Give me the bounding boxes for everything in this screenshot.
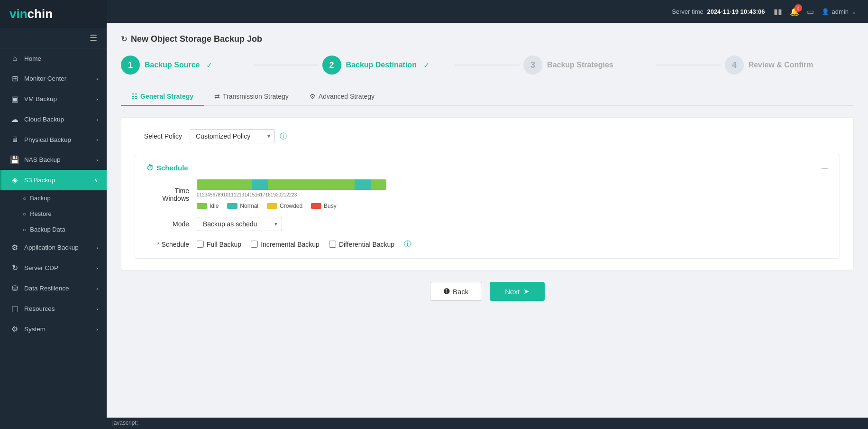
sidebar-item-physical-backup[interactable]: 🖥 Physical Backup ›	[0, 130, 107, 149]
main-content: Server time 2024-11-19 10:43:06 ▮▮ 🔔 2 ▭…	[107, 0, 868, 429]
sidebar-item-monitor-center[interactable]: ⊞ Monitor Center ›	[0, 68, 107, 89]
advanced-strategy-icon: ⚙	[310, 93, 316, 100]
chevron-right-icon: ›	[96, 306, 98, 312]
data-icon: ⛁	[10, 284, 19, 293]
select-policy-row: Select Policy Customized Policy ▾ ⓘ	[135, 129, 840, 143]
monitor-icon[interactable]: ▭	[807, 7, 814, 16]
circle-icon: ○	[23, 211, 26, 217]
time-bar-labels: 0 1 2 3 4 5 6 7 8 9 10 11 12	[197, 192, 386, 197]
chevron-right-icon: ›	[96, 117, 98, 122]
legend-crowded: Crowded	[267, 203, 302, 209]
time-segment-idle-12-20	[292, 179, 355, 190]
sidebar-sub-item-backup-data[interactable]: ○ Backup Data	[0, 222, 107, 237]
notification-badge: 2	[795, 4, 802, 12]
schedule-info-icon[interactable]: ⓘ	[404, 240, 411, 249]
sidebar: vinchin ☰ ⌂ Home ⊞ Monitor Center › ▣ VM…	[0, 0, 107, 429]
sidebar-item-application-backup[interactable]: ⚙ Application Backup ›	[0, 237, 107, 258]
message-icon[interactable]: ▮▮	[774, 7, 782, 16]
chevron-right-icon: ›	[96, 326, 98, 332]
sidebar-sub-item-label: Backup Data	[30, 226, 65, 233]
step-label-3: Backup Strategies	[547, 61, 613, 69]
server-time-value: 2024-11-19 10:43:06	[707, 8, 765, 15]
time-windows-row: TimeWindows	[146, 179, 828, 209]
sidebar-sub-item-backup[interactable]: ○ Backup	[0, 190, 107, 206]
clock-icon: ⏱	[146, 164, 154, 172]
page-title: ↻ New Object Storage Backup Job	[121, 34, 854, 44]
schedule-title: ⏱ Schedule	[146, 164, 188, 172]
step-check-2: ✓	[423, 61, 429, 70]
menu-toggle[interactable]: ☰	[0, 28, 107, 48]
step-check-1: ✓	[206, 61, 212, 70]
time-segment-idle-11-12	[283, 179, 292, 190]
chevron-right-icon: ›	[96, 245, 98, 251]
differential-backup-input[interactable]	[329, 241, 336, 248]
vm-icon: ▣	[10, 94, 19, 103]
sidebar-item-label: Home	[24, 55, 41, 62]
step-divider-1	[254, 65, 318, 65]
chevron-right-icon: ›	[96, 265, 98, 271]
differential-backup-checkbox[interactable]: Differential Backup	[329, 241, 394, 248]
time-segment-normal-20-22	[355, 179, 370, 190]
sidebar-item-system[interactable]: ⚙ System ›	[0, 319, 107, 339]
policy-select-wrap: Customized Policy ▾	[190, 129, 275, 143]
step-backup-destination: 2 Backup Destination ✓	[322, 56, 451, 75]
sidebar-item-label: Cloud Backup	[24, 116, 64, 123]
tab-advanced-strategy[interactable]: ⚙ Advanced Strategy	[299, 88, 385, 106]
legend-busy: Busy	[311, 203, 337, 209]
sidebar-item-home[interactable]: ⌂ Home	[0, 48, 107, 68]
time-segment-idle-9-11	[268, 179, 283, 190]
idle-dot	[197, 203, 207, 209]
strategy-tabs: ☷ General Strategy ⇄ Transmission Strate…	[121, 88, 854, 106]
step-divider-3	[656, 65, 721, 65]
time-segment-idle-22-23	[371, 179, 379, 190]
user-name: admin	[832, 8, 849, 15]
full-backup-checkbox[interactable]: Full Backup	[197, 241, 241, 248]
user-menu[interactable]: 👤 admin ⌄	[822, 8, 857, 15]
sidebar-item-label: NAS Backup	[24, 156, 61, 163]
time-windows-label: TimeWindows	[146, 187, 189, 202]
sidebar-item-cloud-backup[interactable]: ☁ Cloud Backup ›	[0, 109, 107, 130]
sidebar-item-resources[interactable]: ◫ Resources ›	[0, 298, 107, 319]
step-backup-strategies: 3 Backup Strategies	[523, 56, 652, 75]
next-button[interactable]: Next ➤	[490, 282, 545, 301]
mode-row: Mode Backup as schedu ▾	[146, 217, 828, 231]
sidebar-sub-item-label: Restore	[30, 210, 52, 217]
incremental-backup-checkbox[interactable]: Incremental Backup	[251, 241, 320, 248]
sidebar-item-label: System	[24, 326, 46, 333]
status-bar: javascript;	[107, 418, 868, 429]
back-button[interactable]: ➊ Back	[430, 282, 482, 301]
sidebar-item-label: VM Backup	[24, 95, 57, 103]
sidebar-item-label: Physical Backup	[24, 136, 71, 143]
chevron-right-icon: ›	[96, 96, 98, 102]
notification-icon[interactable]: 🔔 2	[790, 7, 799, 16]
schedule-minimize-button[interactable]: —	[822, 164, 828, 172]
hamburger-icon[interactable]: ☰	[90, 33, 97, 43]
required-marker: *	[157, 241, 161, 248]
full-backup-input[interactable]	[197, 241, 204, 248]
tab-transmission-strategy[interactable]: ⇄ Transmission Strategy	[204, 88, 299, 106]
sidebar-item-server-cdp[interactable]: ↻ Server CDP ›	[0, 258, 107, 278]
sidebar-item-data-resilience[interactable]: ⛁ Data Resilience ›	[0, 278, 107, 298]
form-panel: Select Policy Customized Policy ▾ ⓘ ⏱	[121, 117, 854, 270]
schedule-check-row: * Schedule Full Backup Incremental Backu…	[146, 240, 828, 249]
chevron-right-icon: ›	[96, 76, 98, 82]
step-circle-3: 3	[523, 56, 542, 75]
schedule-header: ⏱ Schedule —	[146, 164, 828, 172]
step-review-confirm: 4 Review & Confirm	[725, 56, 854, 75]
incremental-backup-input[interactable]	[251, 241, 258, 248]
server-time-label: Server time 2024-11-19 10:43:06	[672, 8, 765, 15]
sidebar-item-nas-backup[interactable]: 💾 NAS Backup ›	[0, 149, 107, 170]
sidebar-item-s3-backup[interactable]: ◈ S3 Backup ∨	[0, 170, 107, 190]
chevron-right-icon: ›	[96, 137, 98, 142]
nas-icon: 💾	[10, 155, 19, 164]
chevron-right-icon: ›	[96, 286, 98, 291]
sidebar-item-vm-backup[interactable]: ▣ VM Backup ›	[0, 89, 107, 109]
circle-icon: ○	[23, 226, 26, 233]
info-icon[interactable]: ⓘ	[280, 132, 287, 141]
mode-select[interactable]: Backup as schedu	[197, 217, 282, 231]
sidebar-sub-item-restore[interactable]: ○ Restore	[0, 206, 107, 222]
time-bar	[197, 179, 386, 190]
system-icon: ⚙	[10, 325, 19, 334]
policy-select[interactable]: Customized Policy	[190, 129, 275, 143]
tab-general-strategy[interactable]: ☷ General Strategy	[121, 88, 204, 106]
